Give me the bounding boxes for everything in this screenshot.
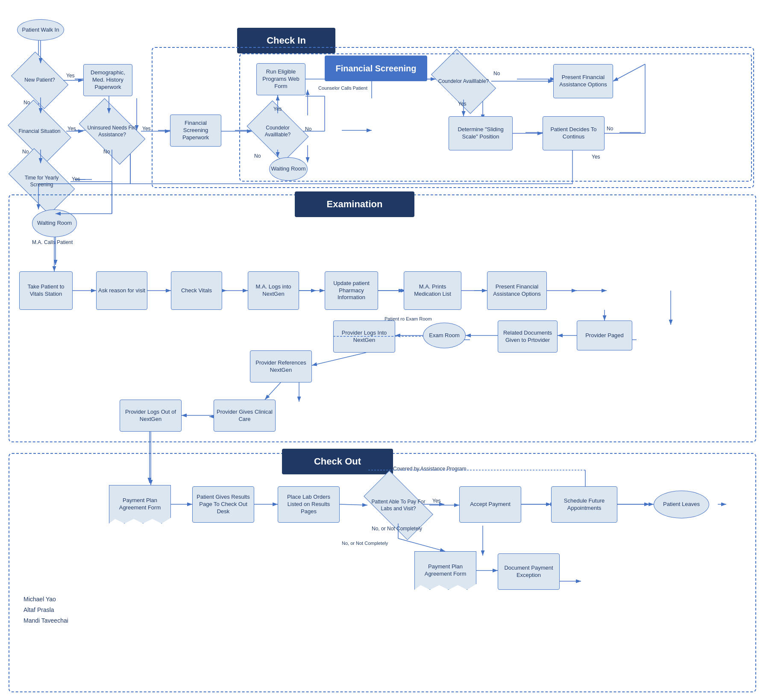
take-patient-label: Take Patient to Vitals Station [21, 283, 70, 298]
financial-section-border [239, 53, 752, 182]
provider-references-label: Provider References NextGen [252, 359, 310, 374]
provider-logs-out-label: Provider Logs Out of NextGen [122, 409, 179, 423]
uninsured-diamond: Uninsured Needs Fin. Assistance? [83, 113, 141, 150]
time-yearly-label: Time for Yearly Screening [13, 173, 70, 190]
payment-plan2-node: Payment Plan Agreement Form [414, 551, 476, 590]
patient-gives-label: Patient Gives Results Page To Check Out … [194, 494, 252, 515]
examination-label: Examination [327, 199, 383, 210]
take-patient-node: Take Patient to Vitals Station [19, 271, 73, 310]
checkout-label: Check Out [314, 456, 361, 467]
fin-sit-yes: Yes [68, 126, 76, 132]
demographic-node: Demographic, Med. History Paperwork [83, 64, 132, 96]
document-payment-node: Document Payment Exception [498, 553, 560, 590]
update-pharmacy-label: Update patient Pharmacy Information [327, 280, 376, 302]
financial-situation-diamond: Financial Situation [13, 113, 66, 150]
present-financial2-label: Present Financial Assistance Options [489, 283, 545, 298]
document-payment-label: Document Payment Exception [500, 565, 558, 579]
ma-prints-node: M.A. Prints Medication List [404, 271, 461, 310]
provider-paged-label: Provider Paged [585, 332, 624, 339]
provider-gives-label: Provider Gives Clinical Care [216, 409, 273, 423]
waiting-room2-label: Walting Room [37, 220, 72, 227]
provider-references-node: Provider References NextGen [250, 350, 312, 382]
no-not-completely: No, or Not Completely [342, 541, 388, 546]
patient-leaves-label: Patient Leaves [663, 501, 700, 508]
time-yearly-yes: Yes [72, 176, 80, 182]
ma-prints-label: M.A. Prints Medication List [406, 283, 459, 298]
check-vitals-label: Check Vitals [181, 287, 212, 294]
provider-logs-out-node: Provider Logs Out of NextGen [120, 400, 182, 432]
examination-header: Examination [295, 191, 414, 217]
pa-yes: Yes [432, 498, 441, 504]
uninsured-label: Uninsured Needs Fin. Assistance? [83, 123, 141, 140]
counselor-available1-label: Coundelor Availllable? [252, 123, 303, 140]
exam-room-node: Exam Room [423, 323, 466, 348]
financial-situation-label: Financial Situation [17, 126, 62, 137]
update-pharmacy-node: Update patient Pharmacy Information [325, 271, 378, 310]
demographic-label: Demographic, Med. History Paperwork [85, 69, 130, 91]
payment-plan2-label: Payment Plan Agreement Form [417, 563, 474, 578]
new-patient-yes-label: Yes [66, 73, 75, 79]
related-docs-label: Related Documents Given to Prtovider [500, 329, 555, 344]
uninsured-no: No [103, 149, 110, 155]
schedule-future-label: Schedule Future Appointments [553, 497, 615, 512]
provider-gives-node: Provider Gives Clinical Care [214, 400, 276, 432]
present-financial2-node: Present Financial Assistance Options [487, 271, 547, 310]
waiting-room2-node: Walting Room [32, 209, 77, 237]
patient-walkin-label: Patient Walk In [22, 26, 59, 34]
accept-payment-node: Accept Payment [459, 486, 521, 523]
author1: Michael Yao [23, 594, 68, 605]
patient-able-diamond: Pattent Able To Pay For Labs and Visit? [367, 487, 429, 524]
ma-calls-label: M.A. Calls Patient [32, 239, 73, 245]
author3: Mandi Taveechai [23, 615, 68, 626]
checkin-label: Check In [267, 35, 306, 46]
provider-logs-in-node: Provider Logs Into NextGen [333, 321, 395, 353]
payment-plan1-label: Payment Plan Agreement Form [111, 497, 169, 512]
provider-paged-node: Provider Paged [577, 321, 632, 350]
provider-logs-in-label: Provider Logs Into NextGen [335, 329, 393, 344]
authors-section: Michael Yao Altaf Prasla Mandi Taveechai [23, 594, 68, 626]
uninsured-yes: Yes [142, 126, 151, 132]
ask-reason-node: Ask reason for visit [96, 271, 147, 310]
related-docs-node: Related Documents Given to Prtovider [498, 321, 558, 353]
accept-payment-label: Accept Payment [470, 501, 511, 508]
new-patient-label: New Patient? [23, 75, 56, 85]
ma-logs-node: M.A. Logs into NextGen [248, 271, 299, 310]
author2: Altaf Prasla [23, 605, 68, 615]
place-lab-label: Place Lab Orders Listed on Results Pages [280, 494, 338, 515]
no-cost-label: No Cost, Covered by Assistance Program [372, 466, 466, 472]
schedule-future-node: Schedule Future Appointments [551, 486, 617, 523]
exam-room-label: Exam Room [429, 332, 460, 339]
patient-able-label: Pattent Able To Pay For Labs and Visit? [367, 497, 429, 514]
pa-no: No, or Not Completely [372, 526, 422, 532]
place-lab-node: Place Lab Orders Listed on Results Pages [278, 486, 340, 523]
new-patient-diamond: New Patient? [16, 63, 63, 97]
patient-leaves-node: Patient Leaves [654, 491, 709, 518]
check-vitals-node: Check Vitals [171, 271, 222, 310]
counselor-available2-label: Coundelor Availllable? [437, 76, 491, 87]
diagram-container: Patient Walk In New Patient? Yes No Demo… [0, 0, 769, 700]
ma-logs-label: M.A. Logs into NextGen [250, 283, 297, 298]
ask-reason-label: Ask reason for visit [98, 287, 145, 294]
patient-walkin-node: Patient Walk In [17, 19, 64, 41]
payment-plan1-node: Payment Plan Agreement Form [109, 485, 171, 524]
patient-gives-node: Patient Gives Results Page To Check Out … [192, 486, 254, 523]
